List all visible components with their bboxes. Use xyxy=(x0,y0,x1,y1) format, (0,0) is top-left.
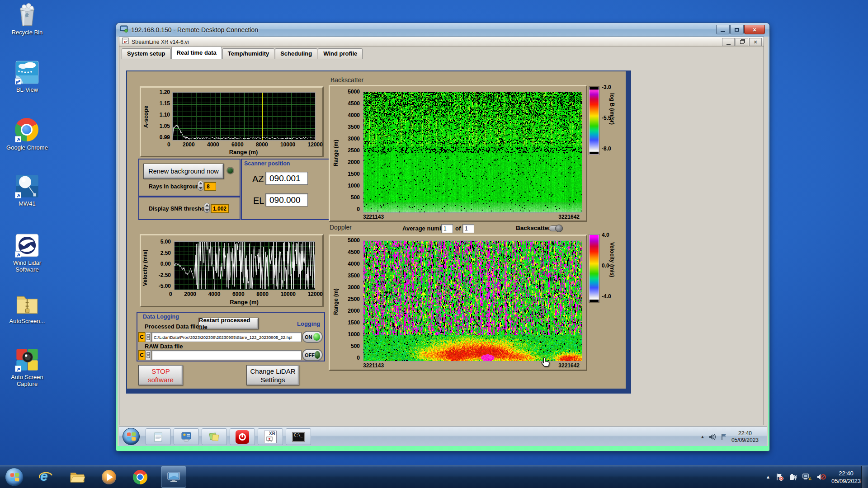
stop-software-button[interactable]: STOP software xyxy=(138,365,183,385)
rdp-minimize-button[interactable] xyxy=(716,25,730,34)
volume-icon[interactable] xyxy=(709,433,717,441)
mouse-cursor-hand-icon xyxy=(541,357,551,370)
action-center-flag-icon[interactable] xyxy=(721,433,727,441)
desktop-icon-auto-screen-capture[interactable]: Auto Screen Capture xyxy=(4,347,51,387)
tab-wind-profile[interactable]: Wind profile xyxy=(318,48,363,59)
raw-logging-toggle[interactable]: OFF xyxy=(302,349,323,361)
el-value-field[interactable]: 090.000 xyxy=(265,193,308,206)
change-line1: Change LiDAR xyxy=(250,367,295,375)
change-lidar-settings-button[interactable]: Change LiDAR Settings xyxy=(246,365,299,385)
renew-background-button[interactable]: Renew background now xyxy=(143,164,224,179)
doppler-heatmap[interactable] xyxy=(363,240,582,361)
network-warning-icon[interactable] xyxy=(802,473,811,481)
app-close-button[interactable]: ✕ xyxy=(749,38,762,46)
action-center-flag-error-icon[interactable] xyxy=(776,473,783,481)
snr-threshold-box: Display SNR threshold 1.002 xyxy=(138,197,241,220)
tick-label: 1500 xyxy=(348,171,360,177)
shortcut-arrow-icon xyxy=(15,251,21,258)
app-window: StreamLine XR v14-6.vi ✕ System setup Re… xyxy=(119,37,764,425)
tab-real-time-data[interactable]: Real time data xyxy=(171,47,222,59)
doppler-y-axis-label: Range (m) xyxy=(333,280,339,323)
snr-value-field[interactable]: 1.002 xyxy=(211,204,229,213)
ascope-x-axis-label: Range (m) xyxy=(172,149,315,155)
on-lens-icon xyxy=(313,333,320,341)
velocity-plot[interactable] xyxy=(174,241,315,290)
processed-path-browse-icon[interactable] xyxy=(146,332,151,342)
system-tray: ▲ 22:40 05/09/2023 xyxy=(766,465,861,488)
app-titlebar[interactable]: StreamLine XR v14-6.vi ✕ xyxy=(119,37,764,47)
tab-temp-humidity[interactable]: Temp/humidity xyxy=(222,48,274,59)
taskbar-date: 05/09/2023 xyxy=(831,477,861,485)
app-minimize-button[interactable] xyxy=(722,38,735,46)
average-count-field[interactable]: 1 xyxy=(462,224,474,233)
tick-label: 3000 xyxy=(348,284,360,291)
tick-label: -3.0 xyxy=(602,84,611,90)
rdp-close-button[interactable]: × xyxy=(744,25,765,34)
tick-label: 0.99 xyxy=(160,134,170,141)
shortcut-arrow-icon xyxy=(15,366,21,372)
tick-label: 8000 xyxy=(256,141,268,148)
desktop-icon-google-chrome[interactable]: Google Chrome xyxy=(4,118,51,151)
power-battery-icon[interactable] xyxy=(789,473,797,481)
rays-value-field[interactable]: 8 xyxy=(204,182,216,191)
taskbar-explorer-button[interactable] xyxy=(70,469,85,485)
show-hidden-icons-icon[interactable]: ▲ xyxy=(700,434,705,439)
remote-taskbar-command-prompt-button[interactable]: C:\_ xyxy=(286,428,311,445)
remote-taskbar-streamline-xr-button[interactable]: XR xyxy=(258,428,283,445)
remote-taskbar: XR C:\_ ▲ 22:40 05/09/2023 xyxy=(119,427,767,446)
desktop-icon-autoscreen-zip[interactable]: AutoScreen... xyxy=(4,291,51,324)
remote-clock[interactable]: 22:40 05/09/2023 xyxy=(731,430,759,444)
raw-drive-letter[interactable]: C xyxy=(138,350,145,360)
tab-system-setup[interactable]: System setup xyxy=(122,48,171,59)
wind-lidar-icon xyxy=(15,233,39,258)
velocity-y-ticks: 5.002.500.00-2.50-5.00 xyxy=(150,239,171,289)
tick-label: 1.15 xyxy=(160,100,170,107)
az-value-field[interactable]: 090.001 xyxy=(265,172,308,185)
backscatter-graph: Range (m) 500045004000350030002500200015… xyxy=(329,85,587,222)
tab-scheduling[interactable]: Scheduling xyxy=(275,48,317,59)
backscatter-y-ticks: 5000450040003500300025002000150010005000 xyxy=(341,89,360,212)
ascope-plot[interactable] xyxy=(172,92,316,141)
ascope-graph: A-scope 1.201.151.101.050.99 02000400060… xyxy=(140,86,324,157)
display-settings-icon xyxy=(180,431,192,443)
tick-label: 2000 xyxy=(183,141,195,148)
rays-spinner[interactable] xyxy=(198,181,203,191)
tick-label: 2500 xyxy=(348,147,360,154)
processed-logging-toggle[interactable]: ON xyxy=(302,331,323,343)
processed-drive-letter[interactable]: C xyxy=(138,332,145,342)
desktop-icon-bl-view[interactable]: BL-View xyxy=(4,60,51,93)
backscatter-toggle-switch[interactable] xyxy=(549,225,562,231)
remote-taskbar-stop-button[interactable] xyxy=(230,428,255,445)
taskbar-internet-explorer-button[interactable]: e xyxy=(38,469,53,485)
tick-label: 1500 xyxy=(348,319,360,326)
tick-label: 4.0 xyxy=(602,232,611,238)
start-button[interactable] xyxy=(5,468,24,486)
restart-processed-file-button[interactable]: Restart processed file xyxy=(198,318,259,329)
show-desktop-button[interactable] xyxy=(861,466,868,488)
taskbar-media-player-button[interactable] xyxy=(101,469,117,485)
taskbar-rdp-button-active[interactable] xyxy=(161,466,186,488)
tick-label: 0 xyxy=(167,141,170,148)
volume-muted-icon[interactable] xyxy=(817,473,826,481)
snr-spinner[interactable] xyxy=(204,203,210,213)
clock[interactable]: 22:40 05/09/2023 xyxy=(831,469,861,485)
remote-start-button[interactable] xyxy=(123,428,140,445)
remote-taskbar-sticky-notes-button[interactable] xyxy=(202,428,227,445)
rdp-titlebar[interactable]: 192.168.0.150 - Remote Desktop Connectio… xyxy=(116,23,769,37)
desktop-icon-mw41[interactable]: MW41 xyxy=(4,174,51,207)
processed-path-field[interactable]: C:\Lidar\Data\Proc\2023\202309\20230905\… xyxy=(151,332,302,342)
backscatter-title: Backscatter xyxy=(330,76,363,84)
desktop-icon-recycle-bin[interactable]: Recycle Bin xyxy=(4,3,51,36)
average-number-field[interactable]: 1 xyxy=(441,224,453,233)
remote-taskbar-notepad-button[interactable] xyxy=(146,428,171,445)
raw-path-browse-icon[interactable] xyxy=(146,350,151,360)
renew-led-indicator xyxy=(226,167,234,174)
taskbar-chrome-button[interactable] xyxy=(132,469,148,485)
app-restore-button[interactable] xyxy=(736,38,748,46)
backscatter-heatmap[interactable] xyxy=(363,92,582,213)
rdp-maximize-button[interactable] xyxy=(730,25,744,34)
remote-taskbar-display-settings-button[interactable] xyxy=(174,428,199,445)
desktop-icon-wind-lidar-software[interactable]: Wind Lidar Software xyxy=(4,233,51,273)
raw-path-field[interactable] xyxy=(151,350,302,360)
show-hidden-icons-icon[interactable]: ▲ xyxy=(766,474,770,479)
